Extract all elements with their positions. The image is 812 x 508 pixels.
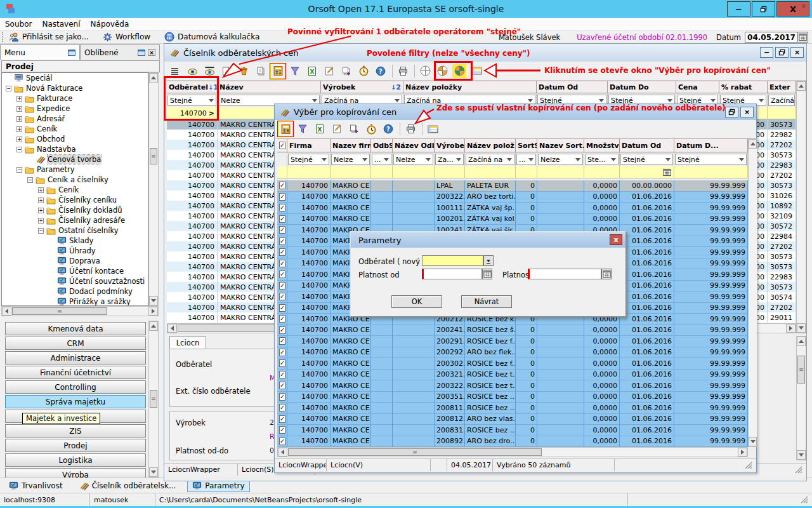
module-button-controlling[interactable]: Controlling	[5, 380, 146, 394]
filter-operator-select[interactable]: Nelze	[538, 154, 583, 165]
table-row[interactable]: ✓140700MAKRO CE...200351...ROSICE bez ..…	[277, 392, 748, 403]
eyerow-icon[interactable]	[202, 64, 216, 78]
price-list-vertical-scrollbar[interactable]	[796, 81, 806, 333]
filter-operator-select[interactable]: Nelze	[331, 154, 370, 165]
column-header-datum-d-[interactable]: Datum D...	[674, 138, 748, 152]
tree-expander-icon[interactable]: +	[38, 187, 44, 193]
tree-item-speci-l[interactable]: Speciál	[2, 73, 148, 83]
checkbox-checked-icon[interactable]: ✓	[279, 193, 285, 201]
tree-item--hrady[interactable]: Úhrady	[2, 246, 148, 256]
tree-item-nov-fakturace[interactable]: −Nová Fakturace	[2, 83, 148, 93]
filter-value-cell[interactable]	[331, 166, 371, 178]
tree-expander-icon[interactable]: +	[38, 218, 44, 224]
filter-operator-select[interactable]: Začíná na	[768, 95, 795, 106]
module-button-finan-n-etnictv-[interactable]: Finanční účetnictví	[5, 366, 146, 379]
checkbox-checked-icon[interactable]: ✓	[279, 393, 285, 401]
column-header-datum-od[interactable]: Datum Od	[537, 81, 608, 93]
ok-button[interactable]: OK	[391, 295, 442, 308]
tree-item-cen-k[interactable]: +Ceník	[2, 185, 148, 195]
help-icon[interactable]: ?	[381, 122, 395, 136]
printer-icon[interactable]	[396, 64, 410, 78]
checkbox-checked-icon[interactable]: ✓	[279, 215, 285, 223]
column-header-v-robek[interactable]: Výrobek↓2	[321, 81, 403, 93]
trash-icon[interactable]	[237, 64, 251, 78]
column-header-firma[interactable]: Firma	[287, 138, 331, 152]
table-row[interactable]: ✓140700MAKRO CE...200292...ARO bez flek.…	[277, 347, 748, 359]
filter-operator-select[interactable]: Ste...	[585, 154, 619, 165]
column-header-sortsk[interactable]: SortSk	[516, 138, 537, 152]
dialog-close-button[interactable]: ×	[740, 107, 754, 117]
copydoc-icon[interactable]	[254, 64, 268, 78]
status-resize-grip[interactable]	[615, 459, 756, 471]
window-restore-button[interactable]	[752, 1, 775, 17]
column-header-exter[interactable]: Exter	[768, 81, 796, 93]
table-row[interactable]: ✓140700MAKRO CE...200291...ROSICE bez f.…	[277, 336, 748, 347]
navrat-button[interactable]: Návrat	[461, 295, 512, 308]
table-row[interactable]: ✓140700MAKRO CE...200812...ARO bez vlas.…	[277, 414, 748, 425]
funnel-icon[interactable]	[288, 64, 302, 78]
note-icon[interactable]	[322, 64, 336, 78]
tree-expander-icon[interactable]: −	[16, 147, 22, 152]
menu-item-3[interactable]: Nápověda	[91, 20, 129, 29]
checkbox-checked-icon[interactable]: ✓	[279, 438, 285, 445]
tree-expander-icon[interactable]: +	[16, 106, 22, 112]
table-row[interactable]: ✓140700MAKRO CE...LPALPALETA EUR00,00000…	[277, 180, 748, 192]
tree-item-ostatn-seln-ky[interactable]: −Ostatní číselníky	[2, 225, 148, 236]
tree-expander-icon[interactable]: +	[16, 116, 22, 122]
checkbox-checked-icon[interactable]: ✓	[279, 226, 285, 234]
checkbox-checked-icon[interactable]: ✓	[279, 304, 285, 312]
select-all-header[interactable]: ✓	[277, 138, 287, 152]
table-row[interactable]: ✓140700MAKRO CE...200831...ROSICE bez ..…	[277, 425, 748, 436]
module-button-v-roba[interactable]: Výroba	[5, 468, 146, 478]
odberatel-spinner-button[interactable]	[483, 255, 494, 266]
table-row[interactable]: ✓140700MAKRO CE...100201...ZÁTKA vaj kol…	[277, 214, 748, 225]
module-button-crm[interactable]: CRM	[5, 337, 146, 350]
checkbox-checked-icon[interactable]: ✓	[279, 404, 285, 411]
tree-expander-icon[interactable]: −	[38, 228, 44, 234]
help-icon[interactable]: ?	[374, 64, 388, 78]
tree-horizontal-scrollbar[interactable]: ≡	[1, 306, 159, 316]
tree-item-cenov-tvorba[interactable]: Cenová tvorba	[2, 154, 148, 164]
login-as-button[interactable]: Přihlásit se jako...	[9, 32, 89, 42]
checkbox-checked-icon[interactable]: ✓	[279, 282, 285, 290]
table-row[interactable]: ✓140700MAKRO CE...200321...ROSICE bez t.…	[277, 370, 748, 381]
column-header-nazev-sort-[interactable]: Nazev Sort...	[537, 138, 584, 152]
tree-item-fakturace[interactable]: +Fakturace	[2, 93, 148, 104]
checkbox-checked-icon[interactable]: ✓	[279, 260, 285, 267]
note-icon[interactable]	[330, 122, 344, 136]
column-header-odbsk[interactable]: OdbSk	[371, 138, 393, 152]
filter-value-cell[interactable]	[371, 166, 393, 178]
checkbox-checked-icon[interactable]: ✓	[279, 337, 285, 345]
table-row[interactable]: ✓140700MAKRO CE...200302...ROSICE bez f.…	[277, 358, 748, 370]
checkbox-checked-icon[interactable]: ✓	[279, 182, 285, 189]
module-button-logistika[interactable]: Logistika	[5, 453, 146, 467]
tree-item-obchod[interactable]: +Obchod	[2, 134, 148, 144]
platnost-od-calendar-button[interactable]	[482, 269, 492, 279]
table-row[interactable]: ✓140700MAKRO CE...200241...ROSICE bez š.…	[277, 325, 748, 337]
platnost-do-calendar-button[interactable]	[601, 269, 612, 279]
checkbox-checked-icon[interactable]: ✓	[279, 371, 285, 378]
module-button-kmenov-data[interactable]: Kmenová data	[5, 322, 146, 335]
column-header--rabat[interactable]: % rabat	[719, 81, 768, 93]
checkbox-checked-icon[interactable]: ✓	[279, 271, 285, 278]
tree-expander-icon[interactable]: +	[16, 96, 22, 102]
tree-item-doprava[interactable]: Doprava	[2, 256, 148, 266]
tree-item-nadstavba[interactable]: −Nadstavba	[2, 144, 148, 154]
tree-item-adres-[interactable]: +Adresář	[2, 114, 148, 124]
checkbox-checked-icon[interactable]: ✓	[279, 359, 285, 367]
checkbox-checked-icon[interactable]: ✓	[279, 248, 285, 256]
date-calendar-button[interactable]	[798, 32, 808, 43]
filter-value-cell[interactable]	[674, 166, 748, 178]
column-header-n-zev-polo-[interactable]: Název polož...	[465, 138, 516, 152]
date-field[interactable]: 04.05.2017	[745, 32, 798, 43]
tree-item--seln-ky-cen-ku[interactable]: +Číselníky ceníku	[2, 195, 148, 205]
copyplus-icon[interactable]	[339, 64, 353, 78]
table-row[interactable]: ✓140700MAKRO CE...200322...ARO bez torti…	[277, 192, 748, 203]
filter-operator-select[interactable]: ...	[516, 154, 536, 165]
filter-operator-select[interactable]: Stejné	[167, 95, 216, 106]
eye-icon[interactable]	[185, 64, 199, 78]
calendar-icon[interactable]	[663, 168, 671, 177]
copyplus-icon[interactable]	[347, 122, 361, 136]
filter-operator-select[interactable]: Nelze	[393, 154, 433, 165]
tree-item-dodac-podm-nky[interactable]: Dodací podmínky	[2, 286, 148, 297]
